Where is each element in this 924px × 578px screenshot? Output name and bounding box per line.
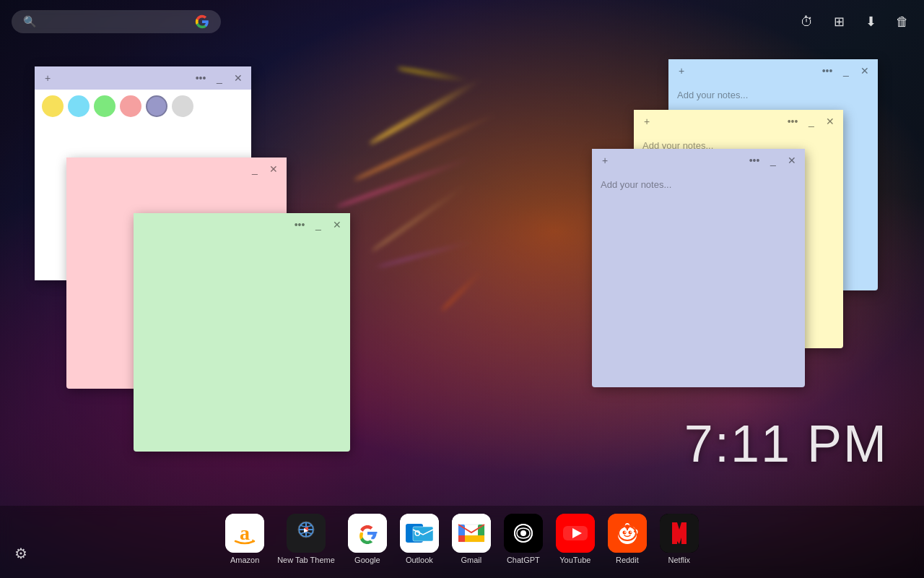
dock-item-outlook[interactable]: O Outlook [400, 514, 439, 564]
note-yellow-header: + ••• _ ✕ [634, 110, 843, 133]
note-yellow-menu-btn[interactable]: ••• [785, 114, 800, 129]
netflix-icon [660, 514, 699, 553]
note-main-close-btn[interactable]: ✕ [231, 71, 245, 85]
note-yellow-minimize-btn[interactable]: _ [804, 114, 819, 129]
google-icon [348, 514, 387, 553]
note-pink-header: _ ✕ [66, 158, 287, 181]
outlook-icon: O [400, 514, 439, 553]
newtab-label: New Tab Theme [277, 556, 335, 564]
note-blue-header: + ••• _ ✕ [668, 59, 878, 82]
note-green-close-btn[interactable]: ✕ [330, 217, 344, 232]
note-pink-minimize-btn[interactable]: _ [248, 162, 262, 176]
note-blue-content[interactable]: Add your notes... [668, 82, 878, 108]
search-icon: 🔍 [23, 15, 37, 28]
note-lavender: + ••• _ ✕ Add your notes... [592, 149, 805, 387]
color-pink[interactable] [120, 95, 141, 117]
trash-icon[interactable]: 🗑 [892, 12, 912, 32]
grid-icon[interactable]: ⊞ [829, 12, 849, 32]
amazon-icon: a [225, 514, 264, 553]
note-lavender-close-btn[interactable]: ✕ [785, 153, 799, 168]
note-main-minimize-btn[interactable]: _ [212, 71, 227, 85]
chatgpt-label: ChatGPT [507, 556, 540, 564]
note-green-header: ••• _ ✕ [134, 213, 350, 236]
note-blue-minimize-btn[interactable]: _ [839, 64, 853, 78]
note-lavender-add-btn[interactable]: + [598, 153, 612, 168]
gmail-icon [452, 514, 491, 553]
color-blue[interactable] [68, 95, 90, 117]
svg-point-30 [520, 530, 526, 536]
dock: a Amazon New Tab Theme [0, 506, 924, 578]
svg-rect-27 [458, 535, 465, 542]
dock-item-reddit[interactable]: Reddit [608, 514, 647, 564]
chatgpt-icon [504, 514, 543, 553]
dock-item-google[interactable]: Google [348, 514, 387, 564]
note-blue-menu-btn[interactable]: ••• [820, 64, 834, 78]
note-green: ••• _ ✕ [134, 213, 350, 452]
svg-point-47 [624, 532, 626, 533]
note-lavender-header: + ••• _ ✕ [592, 149, 805, 172]
note-green-minimize-btn[interactable]: _ [311, 217, 326, 232]
google-label: Google [354, 556, 380, 564]
note-main-menu-btn[interactable]: ••• [193, 71, 208, 85]
youtube-icon [556, 514, 595, 553]
reddit-label: Reddit [616, 556, 639, 564]
note-main-add-btn[interactable]: + [40, 71, 55, 85]
clock: 7:11 PM [684, 414, 888, 473]
note-lavender-content[interactable]: Add your notes... [592, 172, 805, 197]
note-lavender-menu-btn[interactable]: ••• [747, 153, 762, 168]
color-yellow[interactable] [42, 95, 64, 117]
svg-rect-50 [627, 527, 628, 530]
topbar-right: ⏱ ⊞ ⬇ 🗑 [797, 12, 912, 32]
color-gray[interactable] [172, 95, 193, 117]
svg-text:a: a [240, 522, 250, 544]
dock-item-newtab[interactable]: New Tab Theme [277, 514, 335, 564]
color-purple[interactable] [146, 95, 167, 117]
download-icon[interactable]: ⬇ [860, 12, 881, 32]
youtube-label: YouTube [559, 556, 590, 564]
color-picker [35, 90, 251, 121]
note-lavender-minimize-btn[interactable]: _ [766, 153, 780, 168]
gmail-label: Gmail [461, 556, 481, 564]
note-main-header: + ••• _ ✕ [35, 66, 251, 90]
dock-item-chatgpt[interactable]: ChatGPT [504, 514, 543, 564]
search-bar[interactable]: 🔍 [12, 10, 221, 33]
timer-icon[interactable]: ⏱ [797, 12, 817, 32]
note-yellow-close-btn[interactable]: ✕ [823, 114, 837, 129]
dock-item-gmail[interactable]: Gmail [452, 514, 491, 564]
dock-item-netflix[interactable]: Netflix [660, 514, 699, 564]
svg-rect-51 [634, 530, 636, 532]
note-pink-close-btn[interactable]: ✕ [266, 162, 281, 176]
dock-item-amazon[interactable]: a Amazon [225, 514, 264, 564]
newtab-icon [287, 514, 326, 553]
note-blue-add-btn[interactable]: + [674, 64, 689, 78]
amazon-label: Amazon [230, 556, 259, 564]
note-green-menu-btn[interactable]: ••• [292, 217, 307, 232]
svg-point-48 [630, 532, 632, 533]
settings-button[interactable]: ⚙ [14, 545, 27, 562]
dock-item-youtube[interactable]: YouTube [556, 514, 595, 564]
google-logo [195, 14, 209, 29]
note-blue-close-btn[interactable]: ✕ [858, 64, 872, 78]
note-yellow-add-btn[interactable]: + [640, 114, 654, 129]
reddit-icon [608, 514, 647, 553]
topbar: 🔍 ⏱ ⊞ ⬇ 🗑 [0, 0, 924, 43]
netflix-label: Netflix [668, 556, 691, 564]
color-green[interactable] [94, 95, 116, 117]
outlook-label: Outlook [406, 556, 433, 564]
